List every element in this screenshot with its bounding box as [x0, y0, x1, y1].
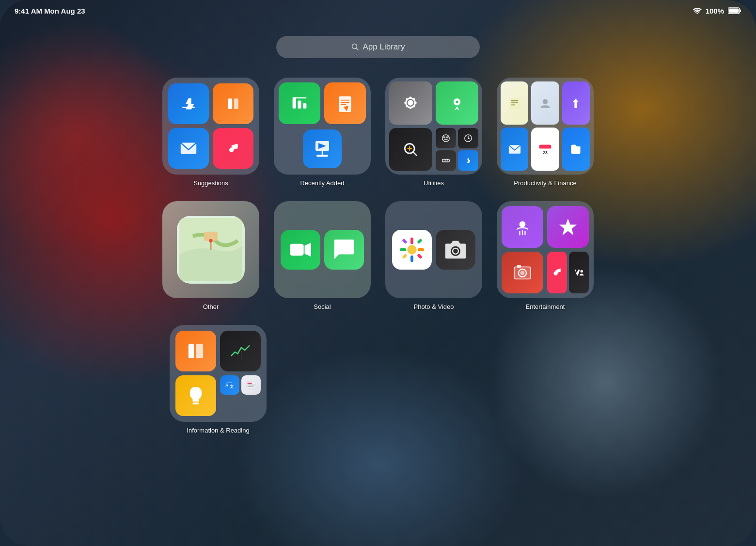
- app-icon-appletv: [569, 252, 589, 293]
- status-time: 9:41 AM Mon Aug 23: [15, 7, 85, 15]
- svg-rect-63: [290, 244, 303, 256]
- app-icon-clock: [458, 128, 478, 148]
- svg-text:A: A: [225, 383, 228, 387]
- svg-rect-87: [196, 344, 203, 358]
- inforeading-folder-box: A 文: [170, 325, 267, 422]
- app-icon-control: [436, 128, 456, 148]
- app-icon-numbers: [279, 82, 320, 124]
- svg-rect-39: [443, 136, 445, 138]
- svg-point-53: [543, 99, 548, 104]
- app-grid: Suggestions: [162, 78, 594, 449]
- search-bar[interactable]: App Library: [276, 36, 480, 58]
- svg-point-85: [580, 270, 583, 273]
- svg-rect-20: [316, 155, 328, 157]
- app-icon-settings: [389, 81, 432, 125]
- app-icon-music: [213, 128, 253, 169]
- folder-entertainment[interactable]: Entertainment: [497, 201, 594, 310]
- svg-point-25: [410, 107, 412, 109]
- spacer: [220, 397, 261, 416]
- svg-rect-67: [410, 256, 413, 262]
- app-icon-contacts: [531, 81, 559, 125]
- svg-rect-84: [517, 265, 521, 268]
- svg-rect-86: [189, 344, 194, 358]
- svg-point-83: [520, 271, 525, 275]
- search-bar-placeholder: App Library: [363, 42, 405, 52]
- app-icon-news: [241, 375, 261, 395]
- folder-utilities[interactable]: Utilities: [385, 78, 482, 187]
- photovideo-label: Photo & Video: [414, 303, 454, 310]
- svg-text:文: 文: [230, 384, 234, 389]
- social-label: Social: [314, 303, 331, 310]
- app-icon-notes: [501, 81, 528, 125]
- app-icon-mail2: [501, 128, 528, 171]
- svg-point-76: [520, 221, 526, 227]
- app-icon-keynote-wrapper: [279, 128, 366, 170]
- battery-icon: [728, 7, 741, 14]
- app-icon-appstore-sm: [458, 150, 478, 171]
- svg-line-4: [356, 48, 358, 50]
- grid-row-3: A 文: [170, 325, 586, 434]
- battery-percent: 100%: [706, 7, 724, 15]
- app-icon-translate: A 文: [220, 375, 239, 395]
- app-icon-applemusic: [547, 252, 567, 293]
- folder-photovideo[interactable]: Photo & Video: [385, 201, 482, 310]
- entertainment-label: Entertainment: [526, 303, 565, 310]
- svg-rect-70: [402, 239, 408, 244]
- svg-line-44: [468, 138, 470, 139]
- status-right: 100%: [693, 7, 741, 15]
- folder-productivity[interactable]: 23 Productivity & Finance: [497, 78, 594, 187]
- grid-row-2: Other: [162, 201, 594, 310]
- folder-inforeading[interactable]: A 文: [170, 325, 267, 434]
- svg-point-26: [404, 102, 407, 104]
- svg-rect-68: [400, 248, 407, 251]
- search-icon: [351, 43, 359, 51]
- app-icon-camera: [436, 230, 475, 270]
- svg-rect-2: [740, 10, 741, 12]
- svg-rect-40: [446, 136, 449, 138]
- app-icon-podcasts: [502, 206, 543, 248]
- inforeading-label: Information & Reading: [187, 427, 249, 434]
- recently-added-label: Recently Added: [300, 179, 344, 187]
- app-icon-starred: [547, 206, 589, 248]
- svg-point-27: [414, 102, 417, 104]
- svg-point-22: [408, 100, 413, 106]
- svg-rect-66: [410, 238, 413, 244]
- svg-point-33: [456, 101, 458, 103]
- svg-point-31: [406, 105, 409, 108]
- svg-point-30: [413, 98, 415, 101]
- device-frame: 9:41 AM Mon Aug 23 100%: [0, 0, 756, 546]
- svg-rect-6: [228, 98, 232, 109]
- suggestions-label: Suggestions: [193, 179, 228, 187]
- photovideo-folder-box: [385, 201, 482, 298]
- svg-rect-10: [298, 101, 301, 109]
- app-icon-messages: [324, 230, 364, 270]
- app-icon-findmy: [436, 81, 479, 125]
- app-icon-maps: [177, 216, 245, 284]
- other-folder-box: [162, 201, 259, 298]
- app-icon-mail: [168, 128, 209, 169]
- folder-other[interactable]: Other: [162, 201, 259, 310]
- svg-marker-80: [559, 219, 577, 235]
- app-icon-pages: [324, 82, 366, 124]
- svg-rect-89: [192, 402, 199, 404]
- svg-rect-41: [444, 139, 447, 140]
- app-icon-stocks: [220, 331, 261, 371]
- app-icon-shortcuts: [562, 81, 590, 125]
- utilities-folder-box: [385, 78, 482, 175]
- folder-social[interactable]: Social: [274, 201, 371, 310]
- app-icon-photos: [392, 230, 432, 270]
- app-icon-tips: [175, 375, 216, 416]
- entertainment-folder-box: [497, 201, 594, 298]
- svg-point-38: [442, 134, 449, 141]
- svg-rect-12: [293, 97, 307, 98]
- svg-line-35: [413, 152, 417, 155]
- folder-suggestions[interactable]: Suggestions: [162, 78, 259, 187]
- utilities-small-grid: [436, 128, 479, 171]
- app-icon-appstore: [168, 83, 209, 124]
- folder-recently-added[interactable]: Recently Added: [274, 78, 371, 187]
- svg-rect-1: [729, 9, 739, 13]
- app-icon-facetime: [281, 230, 320, 270]
- content-area: App Library: [0, 21, 756, 546]
- svg-rect-57: [539, 146, 551, 148]
- productivity-label: Productivity & Finance: [514, 179, 576, 187]
